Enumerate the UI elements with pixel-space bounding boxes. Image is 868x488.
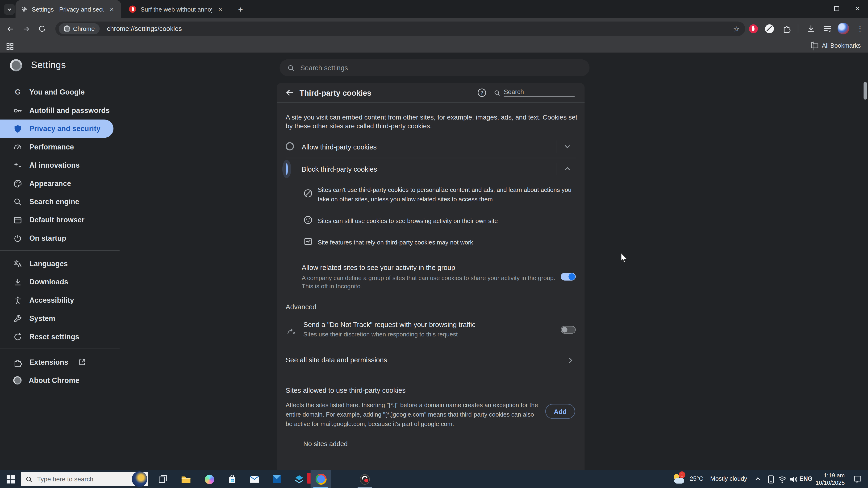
related-sites-toggle[interactable]	[561, 273, 576, 281]
block-option-label: Block third-party cookies	[302, 165, 377, 173]
dnt-toggle[interactable]	[561, 326, 576, 333]
external-link-icon	[79, 359, 86, 366]
address-bar[interactable]: Chrome chrome://settings/cookies ☆	[55, 22, 745, 36]
add-site-button[interactable]: Add	[545, 404, 575, 419]
taskbar-clock[interactable]: 1:19 am 10/10/2025	[816, 472, 845, 486]
chrome-logo-icon	[64, 26, 70, 32]
tab-strip: Settings - Privacy and security × Surf t…	[0, 0, 868, 18]
chrome-chip[interactable]: Chrome	[59, 23, 100, 34]
sidebar-item-default-browser[interactable]: Default browser	[0, 211, 120, 229]
notification-icon	[854, 475, 862, 483]
weather-badge: 1	[679, 471, 685, 478]
palette-icon	[13, 179, 22, 188]
tab-close-button[interactable]: ×	[217, 5, 224, 14]
profile-avatar[interactable]	[838, 23, 849, 34]
wifi-button[interactable]	[777, 474, 787, 484]
file-explorer-button[interactable]	[181, 474, 191, 484]
sidebar-item-appearance[interactable]: Appearance	[0, 174, 120, 192]
sidebar-item-languages[interactable]: Languages	[0, 255, 120, 273]
dnt-description: Sites use their discretion when respondi…	[303, 330, 558, 338]
tab-search-button[interactable]	[4, 4, 15, 15]
mouse-cursor	[619, 252, 628, 264]
tab-close-button[interactable]: ×	[108, 5, 116, 14]
sidebar-item-reset-settings[interactable]: Reset settings	[0, 327, 120, 346]
search-icon	[494, 89, 500, 96]
taskbar-search[interactable]	[21, 472, 148, 486]
sidebar-item-extensions[interactable]: Extensions	[0, 353, 120, 371]
windows-taskbar: 1 25°C Mostly cloudy ENG 1:19 am 10/10/2…	[0, 470, 868, 488]
sidebar-item-you-and-google[interactable]: G You and Google	[0, 83, 120, 101]
bookmark-star-icon[interactable]: ☆	[733, 25, 739, 33]
sidebar-item-downloads[interactable]: Downloads	[0, 273, 120, 291]
apps-grid-button[interactable]	[4, 41, 15, 52]
block-radio-button[interactable]	[286, 163, 288, 175]
tray-expand-button[interactable]	[753, 474, 763, 484]
minimize-button[interactable]: –	[805, 0, 826, 17]
tab-surf-web[interactable]: Surf the web without annoying ×	[123, 0, 230, 18]
sidebar-divider	[0, 349, 120, 349]
task-view-button[interactable]	[158, 474, 168, 484]
settings-search-input[interactable]	[300, 64, 582, 72]
sidebar-divider	[0, 250, 120, 251]
sidebar-item-autofill[interactable]: Autofill and passwords	[0, 101, 120, 119]
downloads-button[interactable]	[805, 23, 816, 34]
extension-blocker-icon[interactable]	[764, 23, 775, 34]
reload-button[interactable]	[37, 24, 47, 34]
page-scrollbar-thumb[interactable]	[864, 82, 867, 99]
tab-settings[interactable]: Settings - Privacy and security ×	[16, 0, 121, 18]
notification-center-button[interactable]	[852, 474, 862, 484]
forward-button[interactable]	[21, 24, 31, 34]
close-window-button[interactable]: ×	[847, 0, 868, 17]
help-icon[interactable]: ?	[477, 88, 487, 97]
related-sites-title: Allow related sites to see your activity…	[302, 264, 561, 271]
sidebar-item-search-engine[interactable]: Search engine	[0, 193, 120, 211]
back-button[interactable]	[5, 24, 15, 34]
chrome-taskbar-active[interactable]	[311, 470, 331, 488]
subpage-search[interactable]	[494, 89, 575, 97]
new-tab-button[interactable]: +	[235, 3, 246, 15]
sidebar-item-ai-innovations[interactable]: AI innovations	[0, 156, 120, 174]
block-collapse-button[interactable]	[556, 163, 571, 175]
puzzle-icon	[13, 358, 22, 366]
sidebar-item-privacy-security[interactable]: Privacy and security	[0, 120, 114, 138]
folder-icon	[810, 41, 818, 49]
weather-button[interactable]: 1	[673, 474, 683, 484]
extensions-puzzle-icon[interactable]	[781, 23, 792, 34]
taskbar-search-input[interactable]	[37, 476, 120, 482]
blue-mail-tile-button[interactable]	[272, 474, 282, 484]
language-indicator[interactable]: ENG	[799, 475, 813, 482]
microsoft-store-button[interactable]	[227, 474, 237, 484]
lively-wallpaper-button[interactable]	[294, 474, 304, 484]
obs-button[interactable]	[360, 474, 370, 484]
browser-menu-button[interactable]: ⋮	[855, 23, 865, 34]
your-phone-button[interactable]	[766, 474, 776, 484]
adblock-badge	[749, 24, 757, 33]
sidebar-item-accessibility[interactable]: Accessibility	[0, 291, 120, 309]
allow-radio-button[interactable]	[286, 142, 294, 151]
allow-expand-button[interactable]	[556, 140, 571, 153]
sidebar-item-performance[interactable]: Performance	[0, 138, 120, 156]
browser-window-icon	[13, 216, 22, 224]
all-bookmarks-label: All Bookmarks	[822, 42, 861, 48]
settings-search[interactable]	[280, 59, 589, 76]
block-bullet-2: Sites can still use cookies to see brows…	[318, 217, 578, 226]
subpage-search-input[interactable]	[504, 89, 575, 97]
no-sites-added-label: No sites added	[303, 440, 348, 448]
start-button[interactable]	[5, 474, 16, 484]
maximize-button[interactable]	[826, 0, 847, 17]
copilot-button[interactable]	[204, 474, 214, 484]
sidebar-item-on-startup[interactable]: On startup	[0, 229, 120, 247]
mail-button[interactable]	[249, 474, 259, 484]
window-controls: – ×	[805, 0, 868, 17]
back-arrow-icon[interactable]	[285, 88, 294, 97]
volume-button[interactable]	[788, 474, 798, 484]
sidebar-item-system[interactable]: System	[0, 309, 120, 327]
search-highlight-orb[interactable]	[132, 471, 148, 487]
all-bookmarks-button[interactable]: All Bookmarks	[810, 41, 861, 49]
subpage-header: Third-party cookies ?	[277, 83, 585, 103]
reading-list-button[interactable]	[822, 23, 833, 34]
sidebar-item-about-chrome[interactable]: About Chrome	[0, 371, 120, 389]
do-not-track-icon	[287, 326, 296, 336]
tab-title: Settings - Privacy and security	[32, 6, 103, 12]
extension-adblock-icon[interactable]	[748, 23, 758, 34]
